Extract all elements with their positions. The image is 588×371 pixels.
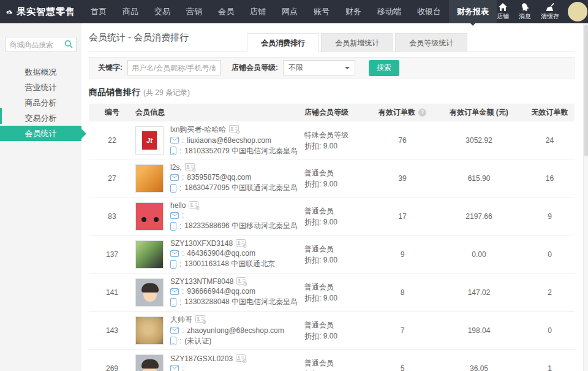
id-card-icon[interactable]	[236, 277, 247, 286]
member-level-cell: 普通会员 折扣: 9.00	[304, 243, 372, 266]
tab-bar: 会员消费排行 会员新增统计 会员等级统计	[245, 33, 467, 52]
id-card-icon[interactable]	[185, 163, 196, 172]
id-card-icon[interactable]	[195, 315, 206, 324]
member-id: 143	[89, 326, 135, 335]
id-card-icon[interactable]	[229, 125, 240, 134]
member-email: 936666944@qq.com	[187, 287, 255, 296]
top-navbar: 果实智慧零售 首页 商品 交易 营销 会员 店铺 网点 账号 财务 移动端 收银…	[0, 0, 588, 23]
member-avatar[interactable]	[135, 164, 164, 193]
brand-name: 果实智慧零售	[17, 6, 75, 18]
member-phone: 18233588696 中国移动河北秦皇岛	[184, 221, 298, 231]
clear-cache-button[interactable]: 清缓存	[541, 2, 559, 21]
phone-icon	[170, 222, 176, 231]
search-icon[interactable]	[64, 40, 73, 48]
nav-item[interactable]: 财务报表	[449, 0, 497, 23]
member-level-select[interactable]: 不限	[283, 60, 355, 75]
member-avatar[interactable]	[135, 240, 164, 269]
sidebar-item[interactable]: 会员统计	[0, 126, 81, 141]
valid-amount: 198.04	[433, 326, 525, 335]
invalid-orders: 9	[525, 212, 575, 221]
member-level: 普通会员	[304, 319, 372, 331]
clear-cache-label: 清缓存	[541, 12, 559, 21]
member-avatar[interactable]	[135, 354, 164, 371]
nav-item[interactable]: 财务	[337, 0, 369, 23]
member-name: SZY133NTMF8048	[170, 277, 233, 286]
nav-item[interactable]: 网点	[274, 0, 306, 23]
email-icon	[170, 327, 179, 334]
member-level-cell: 特殊会员等级 折扣: 9.00	[304, 129, 372, 151]
member-discount: 折扣: 9.00	[304, 140, 372, 151]
valid-orders: 5	[372, 364, 433, 371]
tab[interactable]: 会员消费排行	[247, 33, 319, 52]
invalid-orders: 2	[525, 288, 575, 297]
sidebar-item[interactable]: 商品分析	[0, 95, 81, 110]
nav-item[interactable]: 账号	[306, 0, 337, 23]
member-id: 269	[89, 364, 135, 371]
page-scrollbar	[583, 23, 588, 371]
table-section-header: 商品销售排行 (共 29 条记录)	[89, 87, 575, 98]
nav-item[interactable]: 营销	[178, 0, 210, 23]
member-avatar[interactable]: Jt	[135, 126, 164, 155]
brand-logo[interactable]: 果实智慧零售	[0, 0, 83, 23]
member-id: 83	[89, 212, 135, 221]
member-discount: 折扣: 9.00	[304, 369, 372, 371]
keyword-input[interactable]	[127, 60, 221, 75]
valid-orders: 76	[372, 136, 433, 145]
email-icon	[170, 288, 179, 295]
member-email: 464363904@qq.com	[187, 249, 255, 258]
member-discount: 折扣: 9.00	[304, 331, 372, 342]
member-level: 普通会员	[304, 205, 372, 216]
phone-icon	[170, 184, 176, 193]
invalid-orders: 24	[525, 136, 575, 145]
nav-item[interactable]: 会员	[210, 0, 242, 23]
nav-item[interactable]: 移动端	[369, 0, 409, 23]
col-header-id: 编号	[89, 107, 135, 118]
invalid-orders: 0	[525, 250, 575, 259]
member-level: 普通会员	[304, 243, 372, 254]
col-header-invalid-orders: 无效订单数	[525, 107, 575, 118]
id-card-icon[interactable]	[236, 239, 247, 248]
valid-amount: 36.05	[433, 364, 525, 371]
member-meta: SZY187GSXL0203 : :	[170, 354, 247, 371]
member-avatar[interactable]	[135, 316, 164, 345]
table-row: 141 SZY133NTMF8048 : 936666944@qq.com : …	[89, 273, 575, 312]
valid-amount: 147.02	[433, 288, 525, 297]
sidebar-item[interactable]: 交易分析	[0, 110, 81, 126]
search-button[interactable]: 搜索	[369, 60, 399, 76]
id-card-icon[interactable]	[189, 201, 200, 210]
nav-item[interactable]: 交易	[146, 0, 178, 23]
nav-item[interactable]: 商品	[115, 0, 146, 23]
tab[interactable]: 会员等级统计	[395, 33, 467, 52]
sidebar-item[interactable]: 营业统计	[0, 80, 81, 95]
user-avatar[interactable]	[568, 2, 587, 21]
page-header: 会员统计 - 会员消费排行 会员消费排行 会员新增统计 会员等级统计	[89, 23, 575, 52]
member-id: 137	[89, 250, 135, 259]
record-count: (共 29 条记录)	[143, 88, 190, 98]
message-button[interactable]: 消息	[519, 2, 531, 21]
member-avatar[interactable]	[135, 202, 164, 231]
member-avatar[interactable]	[135, 278, 164, 307]
tab[interactable]: 会员新增统计	[321, 33, 393, 52]
member-level: 普通会员	[304, 281, 372, 293]
valid-orders: 7	[372, 326, 433, 335]
main-content: 会员统计 - 会员消费排行 会员消费排行 会员新增统计 会员等级统计 关键字: …	[81, 23, 588, 371]
member-phone: (未认证)	[184, 336, 211, 346]
email-icon	[170, 365, 179, 371]
help-icon[interactable]	[418, 109, 426, 117]
invalid-orders: 0	[525, 326, 575, 335]
sidebar-item[interactable]: 数据概况	[0, 64, 81, 80]
scrollbar-thumb[interactable]	[584, 25, 588, 156]
member-info-cell: SZY130XFXD3148 : 464363904@qq.com : 1300…	[135, 239, 304, 269]
member-name: SZY187GSXL0203	[170, 354, 233, 363]
col-header-level: 店铺会员等级	[304, 107, 372, 118]
broom-icon	[545, 2, 555, 12]
message-label: 消息	[519, 12, 531, 21]
nav-item[interactable]: 收银台	[409, 0, 449, 23]
nav-item[interactable]: 首页	[83, 0, 115, 23]
member-name: 大帅哥	[170, 315, 192, 325]
nav-item[interactable]: 店铺	[242, 0, 274, 23]
id-card-icon[interactable]	[236, 354, 247, 363]
page-title: 会员统计 - 会员消费排行	[89, 32, 189, 44]
store-button[interactable]: 店铺	[497, 2, 509, 21]
table-row: 27 l2s, : 83595875@qq.com : 18630477095 …	[89, 159, 575, 197]
